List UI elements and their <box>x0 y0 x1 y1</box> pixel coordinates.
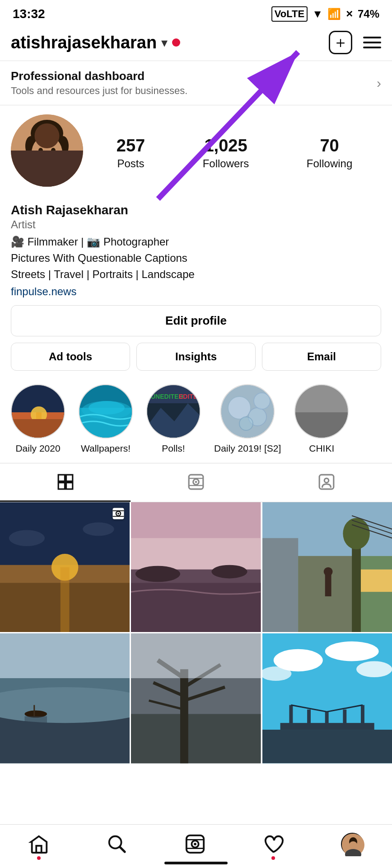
battery-icon: 74% <box>358 8 379 20</box>
likes-dot <box>271 856 275 860</box>
svg-rect-97 <box>307 710 311 730</box>
email-button[interactable]: Email <box>262 343 381 371</box>
tab-grid[interactable] <box>0 463 131 502</box>
nav-likes-button[interactable] <box>263 834 284 854</box>
pro-dashboard-chevron-icon: › <box>377 75 381 91</box>
pro-dashboard-subtitle: Tools and resources just for businesses. <box>11 85 187 97</box>
followers-label: Followers <box>203 157 249 170</box>
reel-badge-1 <box>112 507 125 523</box>
notification-dot <box>172 38 180 47</box>
highlight-label-daily2020: Daily 2020 <box>15 443 60 454</box>
nav-icons: ＋ <box>329 31 381 54</box>
highlight-wallpapers[interactable]: Wallpapers! <box>79 384 133 454</box>
grid-cell-4[interactable] <box>0 633 130 763</box>
svg-rect-32 <box>58 475 65 481</box>
username-text: atishrajasekharan <box>11 33 157 52</box>
nav-home-button[interactable] <box>28 834 49 854</box>
username-row: atishrajasekharan ▾ <box>11 33 180 52</box>
svg-rect-98 <box>325 712 328 730</box>
profile-name: Atish Rajasekharan <box>11 203 381 217</box>
bottom-padding <box>0 764 392 818</box>
stats-row: 257 Posts 1,025 Followers 70 Following <box>88 136 381 170</box>
svg-point-6 <box>32 136 62 170</box>
svg-point-52 <box>117 513 119 514</box>
add-post-button[interactable]: ＋ <box>329 31 352 54</box>
plus-icon: ＋ <box>333 32 348 53</box>
posts-stat[interactable]: 257 Posts <box>117 136 145 170</box>
top-nav: atishrajasekharan ▾ ＋ <box>0 26 392 61</box>
nav-reels-button[interactable] <box>185 834 205 854</box>
svg-rect-31 <box>295 412 349 439</box>
grid-cell-6[interactable] <box>262 633 392 763</box>
heart-icon <box>263 834 284 854</box>
highlight-polls[interactable]: UNEDITED EDITED Polls! <box>146 384 201 454</box>
svg-text:EDITED: EDITED <box>179 393 201 400</box>
tab-tagged[interactable] <box>261 463 392 502</box>
followers-stat[interactable]: 1,025 Followers <box>203 136 249 170</box>
svg-rect-79 <box>24 717 47 730</box>
svg-point-49 <box>83 523 114 536</box>
highlight-daily2020[interactable]: Daily 2020 <box>11 384 65 454</box>
btn-row: Ad tools Insights Email <box>11 343 381 371</box>
bio-line3: Streets | Travel | Portraits | Landscape <box>11 268 195 280</box>
menu-button[interactable] <box>363 37 381 48</box>
posts-count: 257 <box>117 136 145 156</box>
edit-profile-button[interactable]: Edit profile <box>11 305 381 336</box>
tab-reels[interactable] <box>131 463 261 502</box>
nav-profile-button[interactable] <box>341 833 364 855</box>
nav-search-button[interactable] <box>107 834 127 854</box>
svg-rect-34 <box>58 483 65 489</box>
svg-point-76 <box>0 687 130 723</box>
grid-cell-1[interactable] <box>0 502 130 632</box>
svg-line-106 <box>120 847 125 852</box>
highlight-daily2019[interactable]: Daily 2019! [S2] <box>214 384 281 454</box>
highlight-img-polls: UNEDITED EDITED <box>147 385 200 438</box>
svg-rect-47 <box>61 567 70 632</box>
svg-rect-56 <box>131 538 261 569</box>
highlight-img-daily2019 <box>221 385 274 438</box>
volte-icon: VoLTE <box>271 6 308 22</box>
profile-stats-row: 257 Posts 1,025 Followers 70 Following <box>11 114 381 191</box>
highlight-img-wallpapers <box>79 385 132 438</box>
svg-point-42 <box>325 478 329 483</box>
svg-rect-104 <box>37 846 42 853</box>
home-dot <box>37 856 41 860</box>
chevron-down-icon[interactable]: ▾ <box>161 35 168 50</box>
highlight-circle-wallpapers <box>79 384 133 439</box>
svg-rect-72 <box>361 570 392 592</box>
posts-label: Posts <box>117 157 144 170</box>
grid-cell-3[interactable] <box>262 502 392 632</box>
svg-point-38 <box>195 481 197 483</box>
photo-grid <box>0 502 392 764</box>
bio-line1: 🎥 Filmmaker | 📷 Photographer <box>11 236 169 248</box>
status-time: 13:32 <box>13 7 45 21</box>
avatar-container[interactable] <box>11 114 88 191</box>
signal-icon: 📶 <box>327 8 341 20</box>
following-stat[interactable]: 70 Following <box>307 136 352 170</box>
action-buttons: Edit profile Ad tools Insights Email <box>0 305 392 380</box>
svg-rect-78 <box>33 705 35 717</box>
svg-rect-33 <box>66 475 72 481</box>
ad-tools-button[interactable]: Ad tools <box>11 343 130 371</box>
svg-point-29 <box>254 393 270 409</box>
svg-point-60 <box>212 565 247 579</box>
reels-nav-icon <box>185 834 205 854</box>
insights-button[interactable]: Insights <box>136 343 256 371</box>
profile-link[interactable]: finpulse.news <box>11 285 76 297</box>
pro-dashboard-banner[interactable]: Professional dashboard Tools and resourc… <box>0 61 392 105</box>
tabs-row <box>0 463 392 502</box>
signal-x-icon: ✕ <box>345 9 353 19</box>
highlight-label-daily2019: Daily 2019! [S2] <box>214 443 281 454</box>
svg-point-28 <box>239 417 253 430</box>
svg-point-26 <box>228 396 251 419</box>
home-indicator <box>164 862 228 864</box>
grid-cell-5[interactable] <box>131 633 261 763</box>
grid-cell-2[interactable] <box>131 502 261 632</box>
reels-icon <box>187 473 205 491</box>
home-icon <box>28 834 49 854</box>
bio-line2: Pictures With Questionable Captions <box>11 252 187 264</box>
following-label: Following <box>307 157 352 170</box>
highlight-chiki[interactable]: CHIKI <box>294 384 349 454</box>
svg-rect-99 <box>343 710 346 730</box>
avatar <box>11 114 83 187</box>
